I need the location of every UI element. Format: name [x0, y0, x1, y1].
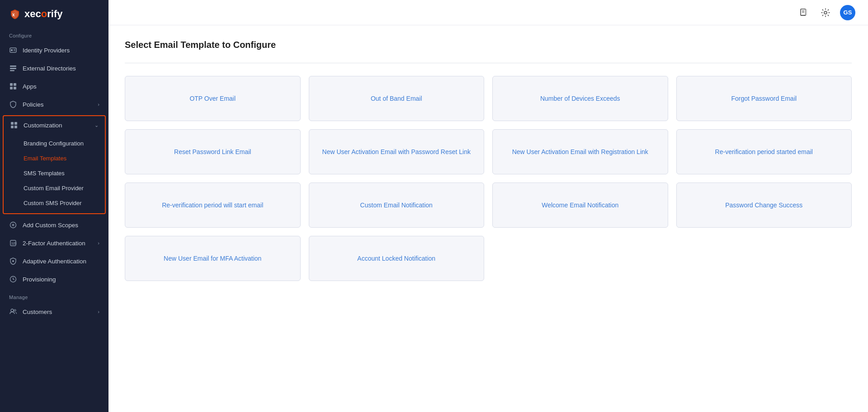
customers-icon	[9, 308, 17, 316]
template-card-label: New User Email for MFA Activation	[164, 254, 261, 263]
template-card-reset-password-link-email[interactable]: Reset Password Link Email	[125, 129, 301, 174]
template-card-password-change-success[interactable]: Password Change Success	[676, 183, 852, 228]
policies-label: Policies	[23, 101, 44, 108]
svg-rect-9	[14, 83, 16, 86]
external-directories-label: External Directories	[23, 65, 76, 72]
template-card-out-of-band-email[interactable]: Out of Band Email	[309, 76, 485, 121]
sidebar-item-custom-email-provider[interactable]: Custom Email Provider	[4, 181, 105, 196]
customization-label: Customization	[24, 122, 62, 129]
settings-icon[interactable]	[818, 5, 833, 20]
customers-chevron-icon: ›	[98, 309, 99, 314]
template-card-label: Forgot Password Email	[731, 94, 797, 103]
adaptive-auth-label: Adaptive Authentication	[23, 258, 86, 265]
template-card-account-locked-notification[interactable]: Account Locked Notification	[309, 236, 485, 281]
template-card-label: Re-verification period will start email	[162, 201, 263, 210]
sidebar-item-add-custom-scopes[interactable]: Add Custom Scopes	[0, 216, 108, 234]
svg-rect-8	[10, 83, 13, 86]
id-card-icon	[9, 46, 17, 54]
template-card-label: Number of Devices Exceeds	[540, 94, 620, 103]
template-card-label: Reset Password Link Email	[174, 147, 251, 157]
template-card-number-of-devices-exceeds[interactable]: Number of Devices Exceeds	[492, 76, 668, 121]
logo-area[interactable]: x xecorify	[0, 0, 108, 27]
template-card-custom-email-notification[interactable]: Custom Email Notification	[309, 183, 485, 228]
2fa-chevron-icon: ›	[98, 240, 99, 246]
sidebar-item-apps[interactable]: Apps	[0, 77, 108, 95]
svg-point-30	[824, 11, 827, 14]
shield-policy-icon	[9, 100, 17, 108]
topbar: GS	[108, 0, 868, 25]
title-divider	[125, 63, 852, 63]
template-card-label: New User Activation Email with Registrat…	[512, 147, 648, 157]
template-card-otp-over-email[interactable]: OTP Over Email	[125, 76, 301, 121]
customization-chevron-icon: ⌄	[94, 122, 99, 128]
svg-rect-6	[10, 68, 16, 69]
svg-point-24	[14, 309, 16, 311]
logo-shield-icon: x	[9, 9, 21, 20]
customization-header[interactable]: Customization ⌄	[4, 116, 105, 134]
customization-sub-items: Branding Configuration Email Templates S…	[4, 134, 105, 213]
template-card-label: Re-verification period started email	[715, 147, 813, 157]
2fa-label: 2-Factor Authentication	[23, 240, 85, 247]
svg-rect-7	[10, 70, 14, 71]
customization-group: Customization ⌄ Branding Configuration E…	[3, 115, 106, 214]
sidebar: x xecorify Configure Identity Providers …	[0, 0, 108, 412]
book-icon[interactable]	[797, 5, 811, 20]
sidebar-item-custom-sms-provider[interactable]: Custom SMS Provider	[4, 196, 105, 211]
grid-icon	[9, 82, 17, 90]
svg-point-21	[12, 260, 14, 262]
add-icon	[9, 221, 17, 229]
template-card-label: New User Activation Email with Password …	[322, 147, 471, 157]
template-card-label: OTP Over Email	[189, 94, 236, 103]
svg-text:123: 123	[11, 242, 17, 245]
template-card-label: Custom Email Notification	[360, 201, 433, 210]
sidebar-item-customers[interactable]: Customers ›	[0, 303, 108, 321]
svg-rect-5	[10, 66, 16, 67]
provisioning-icon	[9, 275, 17, 283]
svg-rect-11	[14, 87, 16, 89]
customization-icon	[10, 121, 18, 129]
sidebar-item-provisioning[interactable]: Provisioning	[0, 270, 108, 288]
twofa-icon: 123	[9, 239, 17, 247]
content-area: Select Email Template to Configure OTP O…	[108, 25, 868, 412]
sidebar-item-branding-configuration[interactable]: Branding Configuration	[4, 136, 105, 151]
template-card-label: Password Change Success	[725, 201, 802, 210]
template-card-new-user-activation-reg[interactable]: New User Activation Email with Registrat…	[492, 129, 668, 174]
svg-rect-12	[11, 122, 14, 125]
template-card-welcome-email-notification[interactable]: Welcome Email Notification	[492, 183, 668, 228]
apps-label: Apps	[23, 83, 37, 90]
sidebar-item-sms-templates[interactable]: SMS Templates	[4, 166, 105, 181]
sidebar-item-policies[interactable]: Policies ›	[0, 95, 108, 113]
manage-section-label: Manage	[0, 288, 108, 303]
svg-text:x: x	[12, 12, 15, 17]
provisioning-label: Provisioning	[23, 276, 56, 283]
template-card-new-user-email-mfa[interactable]: New User Email for MFA Activation	[125, 236, 301, 281]
page-title: Select Email Template to Configure	[125, 40, 852, 50]
sidebar-item-identity-providers[interactable]: Identity Providers	[0, 41, 108, 59]
svg-rect-2	[11, 49, 13, 51]
svg-rect-14	[11, 126, 14, 128]
template-card-re-verification-started[interactable]: Re-verification period started email	[676, 129, 852, 174]
list-icon	[9, 64, 17, 72]
adaptive-icon	[9, 257, 17, 265]
svg-point-23	[11, 309, 14, 312]
template-card-label: Welcome Email Notification	[542, 201, 618, 210]
sidebar-item-email-templates[interactable]: Email Templates	[4, 151, 105, 166]
template-card-label: Out of Band Email	[371, 94, 422, 103]
template-grid: OTP Over Email Out of Band Email Number …	[125, 76, 852, 281]
sidebar-item-external-directories[interactable]: External Directories	[0, 59, 108, 77]
main-area: GS Select Email Template to Configure OT…	[108, 0, 868, 412]
policies-chevron-icon: ›	[98, 102, 99, 107]
configure-section-label: Configure	[0, 27, 108, 41]
add-custom-scopes-label: Add Custom Scopes	[23, 222, 78, 229]
svg-rect-13	[14, 122, 17, 125]
template-card-forgot-password-email[interactable]: Forgot Password Email	[676, 76, 852, 121]
template-card-re-verification-will-start[interactable]: Re-verification period will start email	[125, 183, 301, 228]
template-card-label: Account Locked Notification	[357, 254, 435, 263]
brand-logo: x xecorify	[9, 8, 63, 20]
identity-providers-label: Identity Providers	[23, 47, 70, 54]
template-card-new-user-activation-reset[interactable]: New User Activation Email with Password …	[309, 129, 485, 174]
user-avatar[interactable]: GS	[840, 5, 855, 20]
sidebar-item-2fa[interactable]: 123 2-Factor Authentication ›	[0, 234, 108, 252]
customers-label: Customers	[23, 309, 52, 315]
sidebar-item-adaptive-auth[interactable]: Adaptive Authentication	[0, 252, 108, 270]
